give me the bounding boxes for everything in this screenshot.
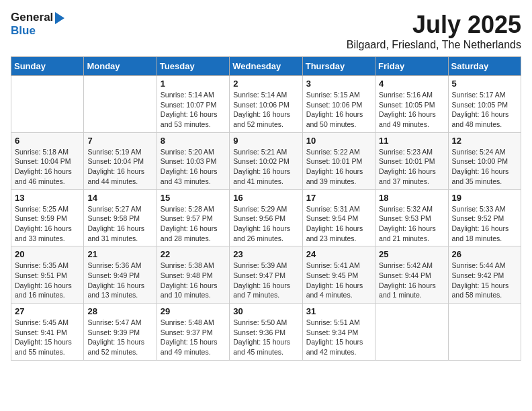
day-cell: 29Sunrise: 5:48 AM Sunset: 9:37 PM Dayli…	[157, 304, 229, 361]
week-row-1: 1Sunrise: 5:14 AM Sunset: 10:07 PM Dayli…	[11, 76, 521, 133]
day-info: Sunrise: 5:32 AM Sunset: 9:53 PM Dayligh…	[379, 204, 444, 244]
column-header-wednesday: Wednesday	[230, 57, 302, 76]
day-cell: 17Sunrise: 5:31 AM Sunset: 9:54 PM Dayli…	[302, 189, 375, 246]
day-cell: 13Sunrise: 5:25 AM Sunset: 9:59 PM Dayli…	[11, 189, 84, 246]
logo: General Blue	[11, 11, 64, 38]
day-cell: 28Sunrise: 5:47 AM Sunset: 9:39 PM Dayli…	[84, 304, 157, 361]
column-header-sunday: Sunday	[11, 57, 84, 76]
day-info: Sunrise: 5:48 AM Sunset: 9:37 PM Dayligh…	[161, 318, 226, 357]
day-number: 27	[15, 306, 80, 316]
week-row-5: 27Sunrise: 5:45 AM Sunset: 9:41 PM Dayli…	[11, 304, 521, 361]
day-number: 11	[379, 136, 444, 146]
column-header-saturday: Saturday	[448, 57, 521, 76]
day-cell: 11Sunrise: 5:23 AM Sunset: 10:01 PM Dayl…	[375, 132, 448, 189]
day-number: 8	[161, 136, 226, 146]
day-info: Sunrise: 5:28 AM Sunset: 9:57 PM Dayligh…	[161, 204, 226, 244]
day-number: 14	[87, 193, 152, 203]
month-title: July 2025	[347, 11, 521, 39]
day-cell: 25Sunrise: 5:42 AM Sunset: 9:44 PM Dayli…	[375, 246, 448, 304]
day-info: Sunrise: 5:16 AM Sunset: 10:05 PM Daylig…	[379, 90, 444, 130]
day-cell: 26Sunrise: 5:44 AM Sunset: 9:42 PM Dayli…	[448, 246, 521, 304]
logo-chevron-icon	[55, 12, 64, 24]
day-number: 18	[379, 193, 444, 203]
day-number: 28	[87, 306, 152, 316]
day-info: Sunrise: 5:25 AM Sunset: 9:59 PM Dayligh…	[15, 204, 80, 244]
day-number: 3	[306, 79, 371, 89]
day-cell: 20Sunrise: 5:35 AM Sunset: 9:51 PM Dayli…	[11, 246, 84, 304]
day-info: Sunrise: 5:39 AM Sunset: 9:47 PM Dayligh…	[233, 261, 298, 300]
day-number: 2	[233, 79, 298, 89]
day-number: 5	[452, 79, 517, 89]
day-number: 20	[15, 249, 80, 259]
day-cell: 16Sunrise: 5:29 AM Sunset: 9:56 PM Dayli…	[230, 189, 302, 246]
day-info: Sunrise: 5:15 AM Sunset: 10:06 PM Daylig…	[306, 90, 371, 130]
day-cell: 19Sunrise: 5:33 AM Sunset: 9:52 PM Dayli…	[448, 189, 521, 246]
day-number: 1	[161, 79, 226, 89]
day-cell: 23Sunrise: 5:39 AM Sunset: 9:47 PM Dayli…	[230, 246, 302, 304]
day-cell: 31Sunrise: 5:51 AM Sunset: 9:34 PM Dayli…	[302, 304, 375, 361]
day-info: Sunrise: 5:31 AM Sunset: 9:54 PM Dayligh…	[306, 204, 371, 244]
day-info: Sunrise: 5:45 AM Sunset: 9:41 PM Dayligh…	[15, 318, 80, 357]
day-cell: 12Sunrise: 5:24 AM Sunset: 10:00 PM Dayl…	[448, 132, 521, 189]
day-number: 6	[15, 136, 80, 146]
day-info: Sunrise: 5:14 AM Sunset: 10:06 PM Daylig…	[233, 90, 298, 130]
day-number: 30	[233, 306, 298, 316]
day-cell: 10Sunrise: 5:22 AM Sunset: 10:01 PM Dayl…	[302, 132, 375, 189]
day-info: Sunrise: 5:36 AM Sunset: 9:49 PM Dayligh…	[87, 261, 152, 300]
day-cell: 2Sunrise: 5:14 AM Sunset: 10:06 PM Dayli…	[230, 76, 302, 133]
week-row-3: 13Sunrise: 5:25 AM Sunset: 9:59 PM Dayli…	[11, 189, 521, 246]
title-block: July 2025 Bilgaard, Friesland, The Nethe…	[347, 11, 521, 51]
page-header: General Blue July 2025 Bilgaard, Friesla…	[11, 11, 521, 51]
day-info: Sunrise: 5:33 AM Sunset: 9:52 PM Dayligh…	[452, 204, 517, 244]
day-info: Sunrise: 5:47 AM Sunset: 9:39 PM Dayligh…	[87, 318, 152, 357]
day-info: Sunrise: 5:35 AM Sunset: 9:51 PM Dayligh…	[15, 261, 80, 300]
day-info: Sunrise: 5:24 AM Sunset: 10:00 PM Daylig…	[452, 147, 517, 187]
day-info: Sunrise: 5:27 AM Sunset: 9:58 PM Dayligh…	[87, 204, 152, 244]
day-cell: 30Sunrise: 5:50 AM Sunset: 9:36 PM Dayli…	[230, 304, 302, 361]
location-subtitle: Bilgaard, Friesland, The Netherlands	[347, 39, 521, 51]
day-number: 16	[233, 193, 298, 203]
day-cell: 14Sunrise: 5:27 AM Sunset: 9:58 PM Dayli…	[84, 189, 157, 246]
day-cell: 7Sunrise: 5:19 AM Sunset: 10:04 PM Dayli…	[84, 132, 157, 189]
day-info: Sunrise: 5:20 AM Sunset: 10:03 PM Daylig…	[161, 147, 226, 187]
calendar-table: SundayMondayTuesdayWednesdayThursdayFrid…	[11, 56, 521, 361]
day-cell: 24Sunrise: 5:41 AM Sunset: 9:45 PM Dayli…	[302, 246, 375, 304]
logo-blue: Blue	[11, 24, 36, 38]
day-info: Sunrise: 5:41 AM Sunset: 9:45 PM Dayligh…	[306, 261, 371, 300]
day-cell: 5Sunrise: 5:17 AM Sunset: 10:05 PM Dayli…	[448, 76, 521, 133]
day-number: 25	[379, 249, 444, 259]
day-info: Sunrise: 5:51 AM Sunset: 9:34 PM Dayligh…	[306, 318, 371, 357]
day-cell	[84, 76, 157, 133]
day-cell: 3Sunrise: 5:15 AM Sunset: 10:06 PM Dayli…	[302, 76, 375, 133]
day-cell: 9Sunrise: 5:21 AM Sunset: 10:02 PM Dayli…	[230, 132, 302, 189]
day-number: 15	[161, 193, 226, 203]
calendar-header-row: SundayMondayTuesdayWednesdayThursdayFrid…	[11, 57, 521, 76]
day-number: 23	[233, 249, 298, 259]
day-info: Sunrise: 5:42 AM Sunset: 9:44 PM Dayligh…	[379, 261, 444, 300]
day-info: Sunrise: 5:17 AM Sunset: 10:05 PM Daylig…	[452, 90, 517, 130]
day-cell: 27Sunrise: 5:45 AM Sunset: 9:41 PM Dayli…	[11, 304, 84, 361]
day-cell: 8Sunrise: 5:20 AM Sunset: 10:03 PM Dayli…	[157, 132, 229, 189]
day-number: 7	[87, 136, 152, 146]
day-number: 12	[452, 136, 517, 146]
column-header-tuesday: Tuesday	[157, 57, 229, 76]
day-info: Sunrise: 5:18 AM Sunset: 10:04 PM Daylig…	[15, 147, 80, 187]
week-row-4: 20Sunrise: 5:35 AM Sunset: 9:51 PM Dayli…	[11, 246, 521, 304]
day-info: Sunrise: 5:22 AM Sunset: 10:01 PM Daylig…	[306, 147, 371, 187]
day-number: 4	[379, 79, 444, 89]
day-cell	[11, 76, 84, 133]
column-header-thursday: Thursday	[302, 57, 375, 76]
day-number: 17	[306, 193, 371, 203]
day-info: Sunrise: 5:14 AM Sunset: 10:07 PM Daylig…	[161, 90, 226, 130]
day-number: 26	[452, 249, 517, 259]
day-cell: 15Sunrise: 5:28 AM Sunset: 9:57 PM Dayli…	[157, 189, 229, 246]
day-number: 10	[306, 136, 371, 146]
day-info: Sunrise: 5:19 AM Sunset: 10:04 PM Daylig…	[87, 147, 152, 187]
day-number: 29	[161, 306, 226, 316]
day-number: 21	[87, 249, 152, 259]
day-cell: 18Sunrise: 5:32 AM Sunset: 9:53 PM Dayli…	[375, 189, 448, 246]
day-info: Sunrise: 5:50 AM Sunset: 9:36 PM Dayligh…	[233, 318, 298, 357]
day-info: Sunrise: 5:23 AM Sunset: 10:01 PM Daylig…	[379, 147, 444, 187]
day-cell: 21Sunrise: 5:36 AM Sunset: 9:49 PM Dayli…	[84, 246, 157, 304]
day-cell	[448, 304, 521, 361]
